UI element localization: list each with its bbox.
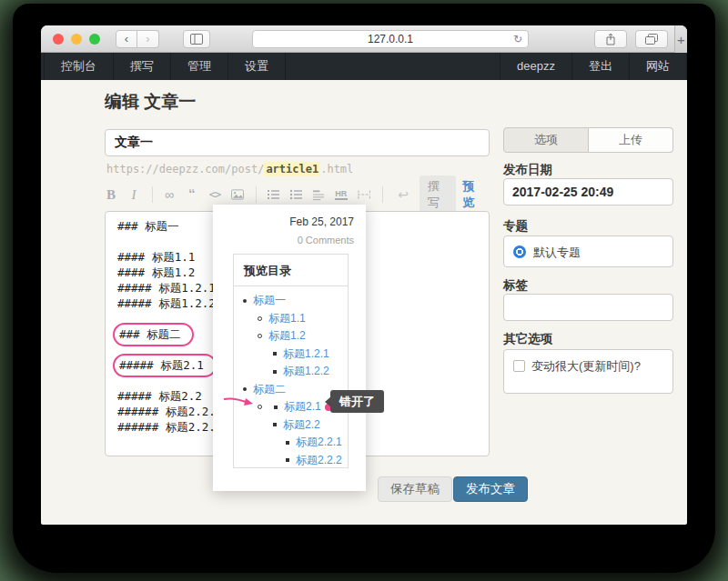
publish-button[interactable]: 发布文章 xyxy=(453,476,528,502)
toc-link[interactable]: 标题1.2.1 xyxy=(283,346,329,362)
nav-item-管理[interactable]: 管理 xyxy=(171,53,228,80)
square-bullet xyxy=(274,406,278,409)
sidebar-tabs: 选项 上传 xyxy=(503,127,673,153)
browser-back-button[interactable]: ‹ xyxy=(116,30,137,48)
slug-highlight: article1 xyxy=(264,162,320,176)
toc-link[interactable]: 标题2.2.2 xyxy=(296,453,342,468)
annotation-tooltip: 错开了 xyxy=(330,390,384,413)
minimize-window-button[interactable] xyxy=(71,34,82,45)
toolbar-divider xyxy=(256,186,257,203)
preview-toc: 预览目录 标题一标题1.1标题1.2标题1.2.1标题1.2.2标题二标题2.1… xyxy=(233,254,349,468)
toc-link[interactable]: 标题2.1 xyxy=(284,399,321,415)
tab-upload[interactable]: 上传 xyxy=(589,127,673,153)
link-icon[interactable]: ∞ xyxy=(163,187,176,202)
main-nav: 控制台撰写管理设置 deepzz登出网站 xyxy=(41,53,687,80)
topic-label: 专题 xyxy=(503,218,528,235)
toolbar-divider xyxy=(382,186,383,203)
code-icon[interactable]: <> xyxy=(208,188,221,201)
annotation-circle: ### 标题二 xyxy=(113,323,194,346)
toc-link[interactable]: 标题二 xyxy=(253,382,286,397)
blockquote-icon[interactable]: “ xyxy=(186,189,198,200)
tags-label: 标签 xyxy=(503,277,528,294)
toc-link[interactable]: 标题2.2.1 xyxy=(296,435,342,450)
editor-toolbar: B I ∞ “ <> HR ↩ xyxy=(105,182,490,207)
image-icon[interactable] xyxy=(231,189,244,200)
nav-item-控制台[interactable]: 控制台 xyxy=(44,53,114,80)
toc-link[interactable]: 标题1.1 xyxy=(268,311,306,326)
toc-link[interactable]: 标题1.2.2 xyxy=(283,364,329,379)
publish-date-input[interactable] xyxy=(503,178,673,205)
topic-box: 默认专题 xyxy=(503,235,673,267)
major-change-label: 变动很大(更新时间)? xyxy=(531,358,641,374)
topic-radio-selected[interactable] xyxy=(513,245,526,258)
address-bar[interactable]: 127.0.0.1 ↻ xyxy=(252,30,529,48)
heading-icon[interactable] xyxy=(312,189,325,201)
preview-comments-count: 0 Comments xyxy=(298,235,354,245)
close-window-button[interactable] xyxy=(53,34,64,45)
toc-list: 标题一标题1.1标题1.2标题1.2.1标题1.2.2标题二标题2.1标题2.2… xyxy=(234,286,348,469)
new-tab-button[interactable]: + xyxy=(674,25,687,53)
nav-right-items: deepzz登出网站 xyxy=(500,53,687,80)
nav-item-撰写[interactable]: 撰写 xyxy=(114,53,171,80)
horizontal-rule-icon[interactable]: HR xyxy=(335,189,348,200)
nav-item-deepzz[interactable]: deepzz xyxy=(500,53,572,80)
toc-link[interactable]: 标题2.2 xyxy=(283,417,320,433)
other-options-label: 其它选项 xyxy=(503,331,552,347)
toc-row: 标题2.2.2 xyxy=(234,452,348,470)
tags-input[interactable] xyxy=(503,294,673,321)
share-button[interactable] xyxy=(594,30,627,48)
write-mode-tab[interactable]: 撰写 xyxy=(420,175,455,214)
annotation-arrow xyxy=(223,395,254,409)
toc-row: 标题2.2 xyxy=(234,416,348,435)
tab-options[interactable]: 选项 xyxy=(503,127,589,153)
nav-item-设置[interactable]: 设置 xyxy=(228,53,286,80)
circle-bullet xyxy=(258,405,262,409)
screenshot-stage: ‹ › 127.0.0.1 ↻ + xyxy=(0,0,728,581)
disc-bullet xyxy=(243,299,247,303)
editor-mode-toggle: 撰写 预览 xyxy=(420,175,490,214)
unordered-list-icon[interactable] xyxy=(289,189,302,200)
square-bullet xyxy=(286,458,289,462)
preview-popup: Feb 25, 2017 0 Comments 预览目录 标题一标题1.1标题1… xyxy=(213,205,366,491)
toc-link[interactable]: 标题1.2 xyxy=(268,328,306,344)
annotation-circle: ##### 标题2.1 xyxy=(113,354,217,377)
publish-date-label: 发布日期 xyxy=(503,162,552,178)
slug-prefix: https://deepzz.com/post/ xyxy=(106,163,264,175)
zoom-window-button[interactable] xyxy=(89,34,100,45)
toc-row: 标题2.2.1 xyxy=(234,434,348,452)
toc-link[interactable]: 标题一 xyxy=(253,293,286,308)
square-bullet xyxy=(273,352,277,356)
nav-item-登出[interactable]: 登出 xyxy=(572,53,630,80)
show-tabs-button[interactable] xyxy=(635,30,668,48)
page-break-icon[interactable] xyxy=(358,189,370,200)
slug-suffix: .html xyxy=(320,163,353,175)
toc-row: 标题1.2.2 xyxy=(234,363,348,381)
nav-item-网站[interactable]: 网站 xyxy=(630,53,687,80)
topic-option-label: 默认专题 xyxy=(533,245,581,261)
reload-icon[interactable]: ↻ xyxy=(513,31,522,47)
undo-icon[interactable]: ↩ xyxy=(397,187,410,202)
toc-row: 标题1.2.1 xyxy=(234,346,348,364)
toc-row: 标题一 xyxy=(234,292,348,310)
toc-row: 标题1.1 xyxy=(234,310,348,328)
sidebar-toggle-icon xyxy=(190,34,203,45)
preview-mode-tab[interactable]: 预览 xyxy=(456,175,490,214)
italic-icon[interactable]: I xyxy=(127,187,140,203)
post-title-input[interactable] xyxy=(105,129,490,156)
disc-bullet xyxy=(243,387,247,391)
ordered-list-icon[interactable] xyxy=(267,189,279,200)
circle-bullet xyxy=(258,316,262,321)
toc-title: 预览目录 xyxy=(234,255,348,286)
browser-titlebar: ‹ › 127.0.0.1 ↻ + xyxy=(41,25,687,53)
sidebar-toggle-button[interactable] xyxy=(183,30,210,48)
tabs-icon xyxy=(645,34,658,45)
bold-icon[interactable]: B xyxy=(105,187,117,203)
preview-date: Feb 25, 2017 xyxy=(289,215,354,228)
square-bullet xyxy=(286,441,289,445)
address-bar-url: 127.0.0.1 xyxy=(368,33,413,45)
save-draft-button[interactable]: 保存草稿 xyxy=(378,476,452,502)
browser-forward-button[interactable]: › xyxy=(137,30,159,48)
square-bullet xyxy=(273,370,277,374)
major-change-checkbox[interactable] xyxy=(513,360,525,372)
nav-left-items: 控制台撰写管理设置 xyxy=(41,53,286,80)
